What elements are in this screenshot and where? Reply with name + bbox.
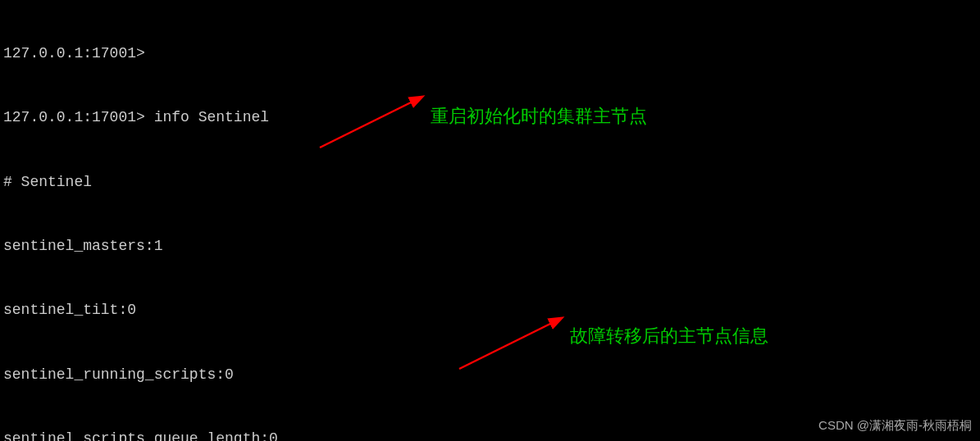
terminal-line: # Sentinel	[3, 171, 977, 193]
arrow-icon	[316, 94, 426, 152]
annotation-after: 故障转移后的主节点信息	[570, 323, 768, 349]
svg-line-1	[459, 322, 554, 369]
watermark: CSDN @潇湘夜雨-秋雨梧桐	[818, 416, 972, 434]
terminal-output[interactable]: 127.0.0.1:17001> 127.0.0.1:17001> info S…	[0, 0, 980, 441]
terminal-line: sentinel_masters:1	[3, 235, 977, 257]
svg-line-0	[320, 101, 414, 148]
annotation-before: 重启初始化时的集群主节点	[431, 103, 647, 130]
terminal-line: 127.0.0.1:17001>	[3, 43, 977, 64]
arrow-icon	[455, 316, 566, 373]
